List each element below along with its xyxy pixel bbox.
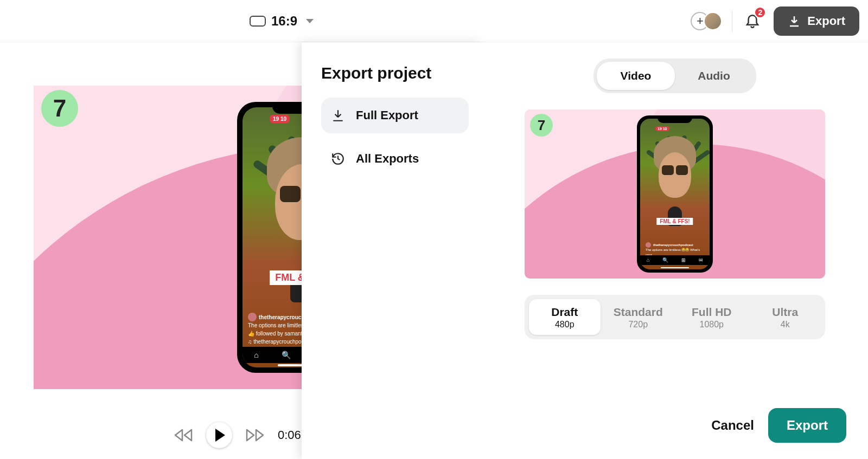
quality-name: Standard [603, 306, 674, 319]
quality-ultra[interactable]: Ultra 4k [750, 299, 821, 335]
playback-controls: 0:06: [174, 422, 304, 448]
play-icon [215, 429, 225, 442]
sidebar-item-all-exports[interactable]: All Exports [321, 141, 469, 177]
phone-mockup-preview: 19 10 FML & FFS! thetherapycrouchpodcast… [637, 115, 713, 273]
sidebar-title: Export project [321, 64, 469, 82]
chevron-down-icon [306, 19, 314, 23]
quality-fullhd[interactable]: Full HD 1080p [676, 299, 748, 335]
play-button[interactable] [206, 422, 232, 448]
timecode: 0:06: [278, 428, 304, 442]
live-badge: 19 10 [655, 126, 669, 131]
quality-res: 1080p [676, 320, 748, 329]
home-icon: ⌂ [254, 351, 258, 359]
export-button-top[interactable]: Export [774, 7, 859, 36]
export-panel: Video Audio 7 19 10 FML & FFS! thetherap… [482, 42, 868, 459]
export-type-segmented: Video Audio [593, 59, 756, 93]
export-button-label: Export [807, 14, 845, 28]
sidebar-item-label: Full Export [356, 108, 418, 122]
quality-draft[interactable]: Draft 480p [529, 299, 601, 335]
topbar: 16:9 + 2 Export [0, 0, 868, 42]
tab-video[interactable]: Video [597, 62, 675, 90]
history-icon [331, 152, 345, 166]
phone-overlay-title: FML & FFS! [656, 218, 693, 225]
download-icon [331, 108, 345, 122]
cancel-button[interactable]: Cancel [706, 409, 760, 442]
quality-res: 480p [529, 320, 601, 329]
export-preview: 7 19 10 FML & FFS! thetherapycrouchpodca… [525, 109, 825, 279]
collaborators: + [691, 12, 722, 30]
export-confirm-label: Export [787, 418, 828, 432]
topbar-right: + 2 Export [691, 7, 859, 36]
rewind-button[interactable] [174, 425, 193, 445]
cancel-label: Cancel [711, 418, 754, 432]
forward-button[interactable] [245, 425, 265, 445]
quality-res: 4k [750, 320, 821, 329]
live-badge: 19 10 [270, 115, 290, 123]
aspect-ratio-selector[interactable]: 16:9 [250, 14, 314, 29]
main-canvas-area: 7 19 10 FML & FFS! thetherapycrouchpodca… [0, 43, 304, 459]
quality-name: Ultra [750, 306, 821, 319]
aspect-ratio-label: 16:9 [271, 14, 297, 29]
tab-audio-label: Audio [698, 69, 730, 82]
sidebar-item-label: All Exports [356, 152, 419, 166]
export-confirm-button[interactable]: Export [768, 408, 846, 443]
user-avatar[interactable] [704, 12, 722, 30]
scene-number-badge: 7 [530, 114, 553, 137]
sidebar-item-full-export[interactable]: Full Export [321, 98, 469, 133]
quality-res: 720p [603, 320, 674, 329]
separator [732, 10, 732, 32]
notification-badge: 2 [754, 7, 766, 18]
quality-standard[interactable]: Standard 720p [603, 299, 674, 335]
tab-audio[interactable]: Audio [675, 62, 753, 90]
quality-name: Draft [529, 306, 601, 319]
notifications-button[interactable]: 2 [742, 10, 763, 33]
forward-icon [246, 429, 264, 442]
aspect-ratio-icon [250, 16, 266, 27]
quality-name: Full HD [676, 306, 748, 319]
tab-video-label: Video [621, 69, 652, 82]
rewind-icon [174, 429, 193, 442]
download-icon [788, 15, 801, 28]
quality-segmented: Draft 480p Standard 720p Full HD 1080p U… [525, 295, 825, 339]
export-sidebar: Export project Full Export All Exports [302, 42, 482, 459]
search-icon: 🔍 [282, 351, 291, 359]
export-footer-actions: Cancel Export [706, 408, 846, 443]
scene-number-badge: 7 [41, 90, 78, 127]
